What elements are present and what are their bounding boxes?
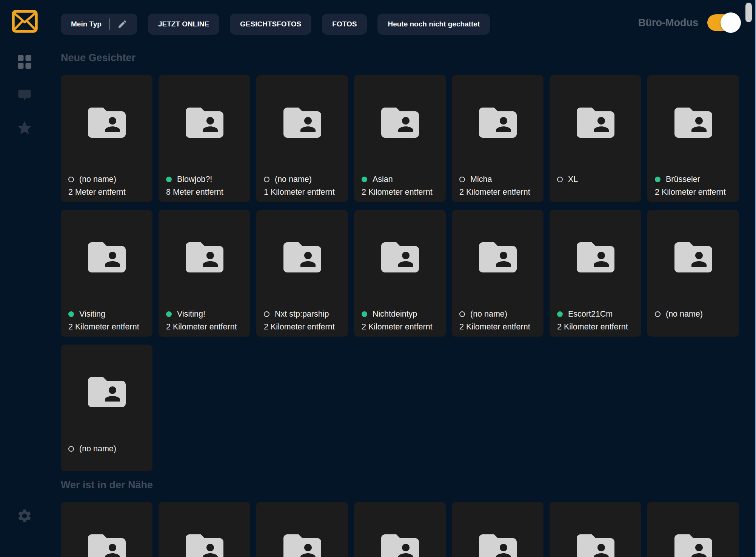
- profile-placeholder-icon: [84, 235, 129, 280]
- sidebar-item-messages[interactable]: [17, 87, 32, 102]
- profile-info: (no name): [655, 308, 735, 320]
- profile-placeholder-icon: [377, 235, 423, 280]
- online-status-dot: [557, 311, 563, 317]
- profile-card[interactable]: (no name) 2 Kilometer entfernt: [452, 210, 544, 337]
- profile-distance: 2 Kilometer entfernt: [362, 320, 442, 333]
- profile-card[interactable]: (no name) 1 Kilometer entfernt: [256, 75, 348, 202]
- profile-placeholder-icon: [573, 235, 618, 280]
- pencil-icon: [117, 19, 127, 29]
- profile-placeholder-icon: [84, 100, 129, 145]
- profile-card[interactable]: Nxt stp:parship 2 Kilometer entfernt: [256, 210, 348, 337]
- profile-name: (no name): [666, 309, 703, 319]
- profile-name-row: Escort21Cm: [557, 308, 637, 320]
- profile-distance: 2 Meter entfernt: [68, 186, 149, 198]
- my-type-label: Mein Typ: [71, 20, 102, 28]
- profile-card[interactable]: Brüsseler 2 Kilometer entfernt: [647, 75, 739, 202]
- profile-info: (no name) 2 Meter entfernt: [68, 173, 149, 198]
- profile-card[interactable]: (no name): [61, 345, 152, 471]
- sidebar-item-favorites[interactable]: [16, 120, 33, 136]
- profile-card[interactable]: [452, 502, 544, 557]
- filter-bar: Mein Typ JETZT ONLINE GESICHTSFOTOS FOTO…: [61, 14, 490, 35]
- profile-card[interactable]: Visiting 2 Kilometer entfernt: [61, 210, 152, 337]
- profile-name: (no name): [275, 175, 312, 184]
- profile-card[interactable]: [354, 502, 446, 557]
- profile-info: (no name) 2 Kilometer entfernt: [459, 308, 540, 333]
- profile-info: Visiting 2 Kilometer entfernt: [68, 308, 149, 333]
- filter-chip-face-pics[interactable]: GESICHTSFOTOS: [230, 14, 311, 35]
- online-status-dot: [68, 311, 74, 317]
- online-status-dot: [655, 177, 661, 182]
- filter-chip-not-chatted-today[interactable]: Heute noch nicht gechattet: [377, 14, 490, 35]
- profile-info: (no name) 1 Kilometer entfernt: [264, 173, 344, 198]
- profile-placeholder-icon: [182, 100, 227, 145]
- profile-name: Blowjob?!: [177, 175, 212, 184]
- sidebar-item-browse[interactable]: [18, 55, 31, 69]
- profile-card[interactable]: [550, 502, 641, 557]
- profile-card[interactable]: Asian 2 Kilometer entfernt: [354, 75, 446, 202]
- profile-info: (no name): [68, 442, 149, 455]
- profile-placeholder-icon: [475, 235, 520, 280]
- profile-info: Blowjob?! 8 Meter entfernt: [166, 173, 246, 198]
- profile-card[interactable]: Blowjob?! 8 Meter entfernt: [159, 75, 250, 202]
- profile-card[interactable]: XL: [550, 75, 641, 202]
- profile-card[interactable]: [159, 502, 250, 557]
- profile-name-row: Nichtdeintyp: [362, 308, 442, 320]
- profile-placeholder-icon: [280, 527, 325, 557]
- profile-name: (no name): [79, 175, 116, 184]
- profile-name-row: Micha: [459, 173, 540, 186]
- online-status-dot: [459, 311, 465, 317]
- online-status-dot: [362, 311, 367, 317]
- profile-placeholder-icon: [671, 235, 716, 280]
- profile-name-row: (no name): [264, 173, 344, 186]
- online-status-dot: [166, 311, 172, 317]
- filter-chip-photos[interactable]: FOTOS: [322, 14, 367, 35]
- profile-card[interactable]: Escort21Cm 2 Kilometer entfernt: [550, 210, 641, 337]
- office-mode-control: Büro-Modus: [638, 14, 739, 31]
- online-status-dot: [68, 446, 74, 452]
- profile-name-row: Visiting: [68, 308, 149, 320]
- profile-distance: 2 Kilometer entfernt: [557, 320, 637, 333]
- online-status-dot: [264, 177, 269, 182]
- office-mode-toggle[interactable]: [707, 14, 739, 31]
- profile-card[interactable]: Micha 2 Kilometer entfernt: [452, 75, 544, 202]
- profile-name: Escort21Cm: [568, 309, 613, 319]
- profile-card[interactable]: [647, 502, 739, 557]
- profile-placeholder-icon: [377, 527, 423, 557]
- online-status-dot: [166, 177, 172, 182]
- filter-chip-online-now[interactable]: JETZT ONLINE: [148, 14, 219, 35]
- profile-name-row: Blowjob?!: [166, 173, 246, 186]
- profile-name-row: (no name): [459, 308, 540, 320]
- online-status-dot: [557, 177, 563, 182]
- profile-placeholder-icon: [84, 527, 129, 557]
- profile-name: Nichtdeintyp: [373, 309, 417, 319]
- sidebar-nav: [0, 0, 49, 557]
- profile-placeholder-icon: [573, 100, 618, 145]
- profile-placeholder-icon: [671, 527, 716, 557]
- chip-label: FOTOS: [332, 20, 357, 28]
- filter-chip-my-type[interactable]: Mein Typ: [61, 14, 137, 35]
- profile-card[interactable]: [61, 502, 152, 557]
- profile-distance: 2 Kilometer entfernt: [459, 320, 540, 333]
- profile-placeholder-icon: [280, 100, 325, 145]
- profile-placeholder-icon: [182, 527, 227, 557]
- profile-card[interactable]: (no name) 2 Meter entfernt: [61, 75, 152, 202]
- profile-info: Nxt stp:parship 2 Kilometer entfernt: [264, 308, 344, 333]
- profile-card[interactable]: Nichtdeintyp 2 Kilometer entfernt: [354, 210, 446, 337]
- chip-label: Heute noch nicht gechattet: [388, 20, 480, 28]
- profile-name-row: (no name): [68, 173, 149, 186]
- profile-placeholder-icon: [475, 527, 520, 557]
- section-title-new-faces: Neue Gesichter: [61, 51, 739, 64]
- profile-name: (no name): [79, 444, 116, 454]
- sidebar-item-settings[interactable]: [17, 508, 32, 524]
- profile-card[interactable]: [256, 502, 348, 557]
- profile-info: Micha 2 Kilometer entfernt: [459, 173, 540, 198]
- profile-grid-nearby: [61, 502, 739, 557]
- profile-name: Brüsseler: [666, 175, 700, 184]
- scrollbar-thumb[interactable]: [745, 3, 752, 22]
- profile-name: (no name): [470, 309, 507, 319]
- profile-card[interactable]: Visiting! 2 Kilometer entfernt: [159, 210, 250, 337]
- profile-info: XL: [557, 173, 637, 186]
- top-bar: Mein Typ JETZT ONLINE GESICHTSFOTOS FOTO…: [0, 0, 756, 38]
- profile-card[interactable]: (no name): [647, 210, 739, 337]
- online-status-dot: [655, 311, 661, 317]
